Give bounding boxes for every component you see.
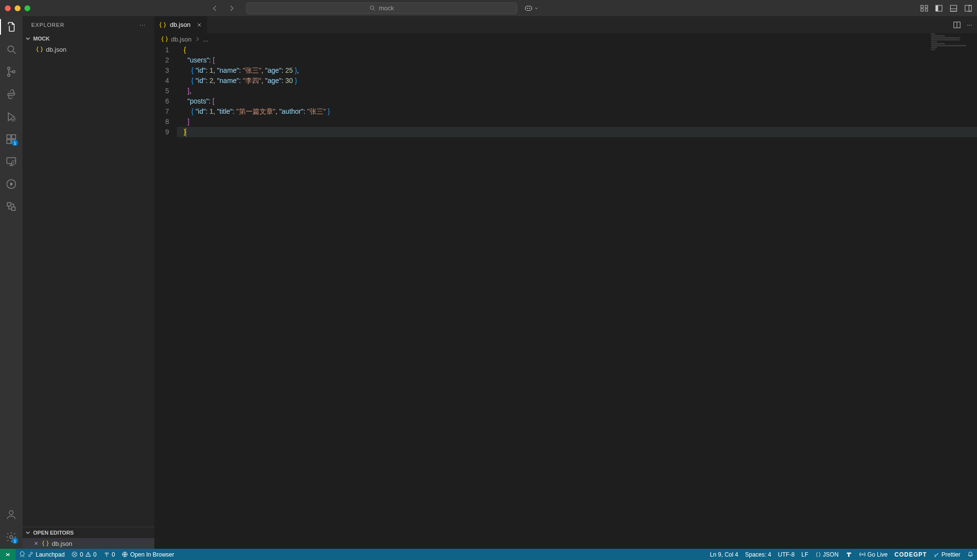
globe-icon bbox=[122, 551, 128, 558]
go-live-button[interactable]: Go Live bbox=[856, 551, 891, 558]
split-editor-icon[interactable] bbox=[953, 21, 961, 29]
command-center-search[interactable]: mock bbox=[246, 2, 517, 14]
check-icon bbox=[934, 552, 939, 558]
open-editors-toggle[interactable]: OPEN EDITORS bbox=[22, 527, 154, 538]
open-in-browser-button[interactable]: Open In Browser bbox=[118, 549, 177, 560]
file-name: db.json bbox=[46, 46, 66, 53]
eol-button[interactable]: LF bbox=[798, 551, 812, 558]
svg-rect-1 bbox=[525, 6, 532, 10]
svg-rect-12 bbox=[965, 5, 972, 11]
tabnine-button[interactable] bbox=[842, 551, 856, 558]
encoding-button[interactable]: UTF-8 bbox=[775, 551, 798, 558]
json-file-icon bbox=[36, 46, 43, 53]
svg-rect-11 bbox=[951, 9, 957, 11]
remote-button[interactable] bbox=[0, 549, 16, 560]
accounts-button[interactable] bbox=[5, 509, 17, 520]
settings-button[interactable]: 1 bbox=[5, 531, 17, 543]
file-item[interactable]: db.json bbox=[22, 44, 154, 55]
svg-rect-9 bbox=[936, 5, 938, 11]
editor-actions: ··· bbox=[953, 16, 977, 33]
chevron-down-icon bbox=[24, 529, 31, 536]
codegpt-button[interactable]: CODEGPT bbox=[891, 551, 930, 558]
code-editor[interactable]: 123456789 { "users": [ { "id": 1, "name"… bbox=[154, 45, 977, 549]
ports-button[interactable]: 0 bbox=[100, 549, 119, 560]
svg-rect-10 bbox=[951, 5, 957, 11]
toggle-secondary-sidebar-icon[interactable] bbox=[964, 4, 972, 12]
open-editor-item[interactable]: db.json bbox=[22, 538, 154, 549]
language-mode-button[interactable]: JSON bbox=[812, 551, 842, 558]
svg-point-16 bbox=[8, 74, 10, 77]
close-icon[interactable] bbox=[196, 22, 202, 28]
folder-toggle[interactable]: MOCK bbox=[22, 33, 154, 44]
nav-back-icon[interactable] bbox=[211, 4, 219, 12]
svg-point-20 bbox=[11, 117, 15, 121]
indentation-button[interactable]: Spaces: 4 bbox=[742, 551, 774, 558]
svg-rect-22 bbox=[7, 140, 11, 144]
svg-point-36 bbox=[862, 554, 863, 555]
svg-rect-7 bbox=[925, 9, 928, 11]
cursor-position[interactable]: Ln 9, Col 4 bbox=[706, 551, 742, 558]
warning-icon bbox=[85, 551, 91, 558]
json-file-icon bbox=[159, 21, 166, 28]
remote-explorer-tab[interactable] bbox=[5, 156, 17, 167]
chevron-down-icon bbox=[24, 35, 31, 42]
explorer-header: EXPLORER ··· bbox=[22, 16, 154, 33]
svg-point-15 bbox=[8, 67, 10, 70]
chevron-down-icon bbox=[534, 6, 539, 11]
svg-point-2 bbox=[527, 7, 528, 8]
close-icon[interactable] bbox=[33, 540, 39, 546]
more-icon[interactable]: ··· bbox=[967, 21, 972, 28]
toggle-primary-sidebar-icon[interactable] bbox=[935, 4, 943, 12]
run-debug-tab[interactable] bbox=[5, 111, 17, 123]
python-tab[interactable] bbox=[5, 88, 17, 100]
error-icon bbox=[71, 551, 78, 558]
search-tab[interactable] bbox=[5, 43, 17, 55]
tab-label: db.json bbox=[170, 21, 191, 28]
rocket-icon bbox=[19, 551, 25, 558]
svg-rect-6 bbox=[921, 9, 923, 11]
explorer-tab[interactable] bbox=[5, 21, 17, 33]
svg-rect-24 bbox=[12, 135, 16, 139]
svg-point-3 bbox=[529, 7, 530, 8]
activity-bar: 1 1 bbox=[0, 16, 22, 549]
extensions-tab[interactable]: 1 bbox=[5, 133, 17, 145]
search-text: mock bbox=[379, 4, 394, 12]
problems-button[interactable]: 0 0 bbox=[68, 549, 100, 560]
codegpt-tab[interactable] bbox=[5, 201, 17, 212]
live-server-tab[interactable] bbox=[5, 178, 17, 190]
nav-arrows bbox=[211, 4, 235, 12]
nav-forward-icon[interactable] bbox=[228, 4, 235, 12]
minimize-window-button[interactable] bbox=[15, 5, 21, 11]
extension-badge: 1 bbox=[12, 140, 18, 146]
braces-icon bbox=[815, 552, 821, 558]
maximize-window-button[interactable] bbox=[24, 5, 30, 11]
customize-layout-icon[interactable] bbox=[920, 4, 928, 12]
json-file-icon bbox=[161, 36, 168, 42]
titlebar-layout-controls bbox=[920, 4, 972, 12]
tab-db-json[interactable]: db.json bbox=[154, 16, 208, 33]
launchpad-button[interactable]: Launchpad bbox=[16, 549, 68, 560]
minimap[interactable] bbox=[931, 33, 970, 53]
copilot-button[interactable] bbox=[524, 4, 539, 13]
prettier-button[interactable]: Prettier bbox=[930, 551, 964, 558]
breadcrumb[interactable]: db.json ... bbox=[154, 33, 977, 45]
svg-rect-13 bbox=[969, 5, 972, 11]
svg-rect-29 bbox=[12, 207, 15, 210]
text-cursor bbox=[186, 128, 186, 137]
code-content[interactable]: { "users": [ { "id": 1, "name": "张三", "a… bbox=[177, 45, 977, 549]
line-number-gutter: 123456789 bbox=[154, 45, 177, 549]
status-bar: Launchpad 0 0 0 Open In Browser Ln 9, Co… bbox=[0, 549, 977, 560]
explorer-title: EXPLORER bbox=[31, 22, 64, 28]
breadcrumb-rest: ... bbox=[203, 36, 209, 43]
notifications-button[interactable] bbox=[964, 551, 977, 558]
close-window-button[interactable] bbox=[5, 5, 11, 11]
folder-section: MOCK db.json bbox=[22, 33, 154, 55]
svg-rect-21 bbox=[7, 135, 11, 139]
search-icon bbox=[369, 5, 376, 11]
window-controls bbox=[5, 5, 30, 11]
antenna-icon bbox=[104, 551, 110, 558]
source-control-tab[interactable] bbox=[5, 66, 17, 78]
more-icon[interactable]: ··· bbox=[140, 22, 146, 28]
toggle-panel-icon[interactable] bbox=[950, 4, 957, 12]
open-editor-filename: db.json bbox=[52, 540, 72, 547]
